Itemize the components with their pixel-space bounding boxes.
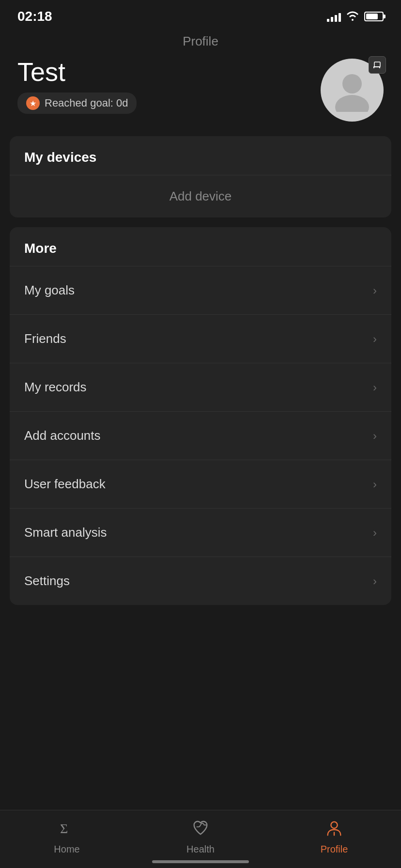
- health-tab-icon: [191, 819, 210, 840]
- chevron-right-icon: ›: [373, 429, 377, 443]
- menu-item-label-add-accounts: Add accounts: [24, 428, 101, 443]
- menu-item-settings[interactable]: Settings ›: [10, 557, 391, 605]
- menu-item-my-records[interactable]: My records ›: [10, 363, 391, 412]
- tab-profile-label: Profile: [321, 844, 348, 855]
- menu-item-label-my-records: My records: [24, 380, 87, 395]
- signal-icon: [327, 11, 341, 22]
- svg-point-1: [335, 95, 369, 112]
- profile-page-title: Profile: [17, 34, 384, 49]
- chevron-right-icon: ›: [373, 284, 377, 297]
- chevron-right-icon: ›: [373, 526, 377, 540]
- menu-item-smart-analysis[interactable]: Smart analysis ›: [10, 509, 391, 557]
- chevron-right-icon: ›: [373, 574, 377, 588]
- add-device-button[interactable]: Add device: [24, 189, 377, 204]
- profile-icon: [325, 819, 343, 837]
- devices-card-title: My devices: [10, 136, 391, 175]
- edit-avatar-button[interactable]: [369, 56, 386, 74]
- tab-home[interactable]: Σ Home: [0, 819, 134, 855]
- tab-home-label: Home: [54, 844, 79, 855]
- goal-text: Reached goal: 0d: [45, 97, 128, 109]
- user-name: Test: [17, 59, 137, 85]
- chevron-right-icon: ›: [373, 332, 377, 346]
- menu-item-my-goals[interactable]: My goals ›: [10, 266, 391, 315]
- menu-item-label-my-goals: My goals: [24, 283, 75, 298]
- star-icon: ★: [26, 96, 40, 110]
- menu-item-add-accounts[interactable]: Add accounts ›: [10, 412, 391, 460]
- goal-badge: ★ Reached goal: 0d: [17, 93, 137, 114]
- tab-health-label: Health: [186, 844, 215, 855]
- battery-icon: [364, 12, 384, 21]
- devices-card-body: Add device: [10, 175, 391, 217]
- home-indicator: [152, 860, 249, 863]
- more-section-title: More: [10, 227, 391, 266]
- health-icon: [191, 819, 210, 837]
- menu-item-friends[interactable]: Friends ›: [10, 315, 391, 363]
- avatar-silhouette: [330, 68, 374, 112]
- header-section: Profile Test ★ Reached goal: 0d: [0, 29, 401, 136]
- wifi-icon: [346, 11, 359, 22]
- status-icons: [327, 11, 384, 22]
- chevron-right-icon: ›: [373, 381, 377, 394]
- home-tab-icon: Σ: [58, 819, 76, 840]
- svg-rect-5: [374, 62, 380, 67]
- tab-profile[interactable]: Profile: [267, 819, 401, 855]
- svg-text:Σ: Σ: [60, 821, 68, 836]
- svg-point-0: [342, 74, 362, 93]
- profile-tab-icon: [325, 819, 343, 840]
- status-time: 02:18: [17, 9, 52, 24]
- svg-point-7: [331, 822, 337, 828]
- home-icon: Σ: [58, 819, 76, 837]
- menu-item-label-user-feedback: User feedback: [24, 477, 106, 492]
- tab-bar: Σ Home Health Profile: [0, 810, 401, 868]
- user-info: Test ★ Reached goal: 0d: [17, 59, 137, 114]
- chevron-right-icon: ›: [373, 478, 377, 491]
- avatar-container[interactable]: [321, 59, 384, 122]
- menu-item-label-settings: Settings: [24, 574, 70, 589]
- devices-card: My devices Add device: [10, 136, 391, 217]
- menu-item-label-smart-analysis: Smart analysis: [24, 525, 107, 540]
- status-bar: 02:18: [0, 0, 401, 29]
- tab-health[interactable]: Health: [134, 819, 267, 855]
- menu-item-label-friends: Friends: [24, 331, 66, 346]
- menu-item-user-feedback[interactable]: User feedback ›: [10, 460, 391, 509]
- edit-icon: [373, 61, 382, 69]
- more-section: More My goals › Friends › My records › A…: [10, 227, 391, 605]
